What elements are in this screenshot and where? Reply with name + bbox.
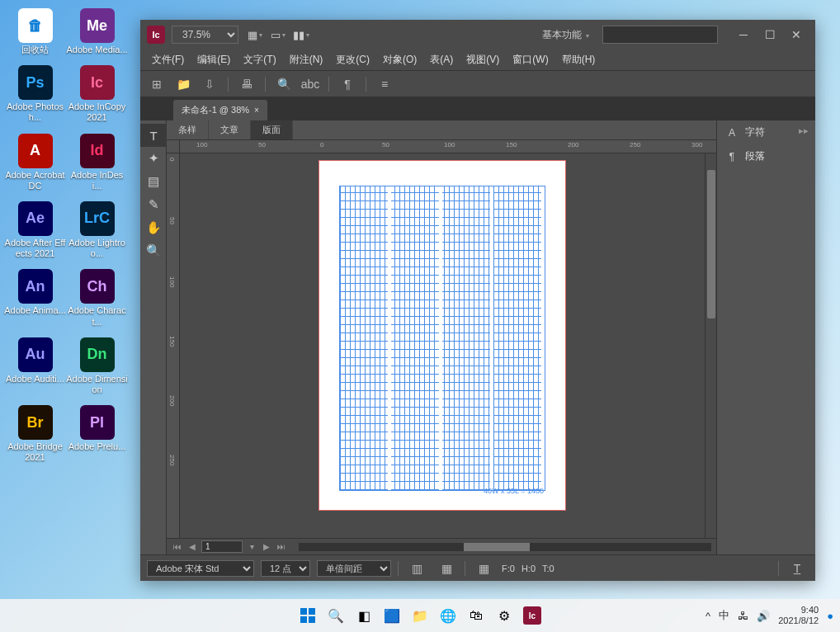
- align-grid-icon[interactable]: ▦: [435, 559, 458, 578]
- canvas-viewport[interactable]: 40W x 35L = 1400: [180, 153, 705, 538]
- arrange-tool[interactable]: ▮▮▾: [291, 26, 311, 44]
- ruler-corner: [167, 140, 180, 153]
- first-page-icon[interactable]: ⏮: [172, 541, 183, 553]
- desktop-icon[interactable]: AnAdobe Anima...: [4, 269, 66, 316]
- close-button[interactable]: ✕: [784, 25, 809, 45]
- search-icon[interactable]: 🔍: [324, 604, 347, 627]
- menu-item[interactable]: 编辑(E): [191, 50, 237, 70]
- menu-item[interactable]: 表(A): [423, 50, 460, 70]
- pilcrow-icon[interactable]: ¶: [336, 74, 359, 94]
- view-mode-tab[interactable]: 版面: [251, 120, 293, 139]
- page-dropdown-icon[interactable]: ▾: [246, 541, 257, 553]
- view-mode-tab[interactable]: 文章: [209, 120, 251, 139]
- ime-indicator[interactable]: 中: [719, 608, 729, 623]
- app-icon-box: Ic: [80, 65, 115, 100]
- page-number-input[interactable]: [201, 540, 243, 553]
- zoom-tool[interactable]: 🔍: [140, 239, 167, 262]
- app-icon-box: Br: [18, 405, 53, 440]
- task-view-icon[interactable]: ◧: [352, 604, 375, 627]
- document-tab[interactable]: 未命名-1 @ 38% ×: [173, 100, 267, 120]
- save-icon[interactable]: ⇩: [198, 74, 221, 94]
- desktop-icon[interactable]: LrCAdobe Lightroo...: [66, 201, 128, 259]
- icon-label: Adobe Dimension: [66, 374, 128, 395]
- app-icon: Ic: [147, 26, 165, 44]
- horizontal-scrollbar[interactable]: [299, 543, 711, 551]
- widgets-icon[interactable]: 🟦: [380, 604, 403, 627]
- font-size-select[interactable]: 12 点: [261, 560, 310, 577]
- tray-chevron-icon[interactable]: ^: [706, 610, 710, 622]
- view-mode-tab[interactable]: 条样: [167, 120, 209, 139]
- menu-item[interactable]: 帮助(H): [555, 50, 602, 70]
- desktop-icon[interactable]: PsAdobe Photosh...: [4, 65, 66, 123]
- screen-mode-tool[interactable]: ▦▾: [245, 26, 265, 44]
- desktop-icon[interactable]: MeAdobe Media...: [66, 8, 128, 55]
- desktop-icon[interactable]: ChAdobe Charact...: [66, 269, 128, 327]
- print-icon[interactable]: 🖶: [235, 74, 258, 94]
- desktop-icon[interactable]: DnAdobe Dimension: [66, 337, 128, 395]
- desktop-icon[interactable]: IcAdobe InCopy 2021: [66, 65, 128, 123]
- desktop-icon[interactable]: IdAdobe InDesi...: [66, 134, 128, 191]
- hscroll-thumb[interactable]: [464, 543, 530, 551]
- search-input[interactable]: [602, 26, 718, 44]
- zoom-selector[interactable]: 37.5%: [172, 26, 238, 44]
- network-icon[interactable]: 🖧: [738, 610, 748, 622]
- panel-label: 字符: [745, 125, 765, 139]
- desktop-icon[interactable]: PlAdobe Prelu...: [66, 405, 128, 452]
- open-icon[interactable]: 📁: [172, 74, 195, 94]
- menu-item[interactable]: 文件(F): [145, 50, 191, 70]
- menu-item[interactable]: 更改(C): [329, 50, 376, 70]
- line-spacing-select[interactable]: 单倍间距: [317, 560, 391, 577]
- settings-icon[interactable]: ⚙: [493, 604, 516, 627]
- desktop-icon[interactable]: AAdobe Acrobat DC: [4, 134, 66, 191]
- workspace-selector[interactable]: 基本功能 ▾: [536, 25, 596, 45]
- volume-icon[interactable]: 🔊: [757, 610, 770, 622]
- menu-item[interactable]: 附注(N): [283, 50, 330, 70]
- start-button[interactable]: [296, 604, 319, 627]
- eyedropper-tool[interactable]: ✎: [140, 193, 167, 216]
- type-tool[interactable]: T: [140, 124, 167, 147]
- icon-label: Adobe Charact...: [66, 305, 128, 327]
- app-icon-box: A: [18, 134, 53, 168]
- menu-icon[interactable]: ≡: [373, 74, 396, 94]
- menu-item[interactable]: 窗口(W): [506, 50, 554, 70]
- vertical-scrollbar[interactable]: [705, 153, 716, 538]
- spellcheck-icon[interactable]: abc: [299, 74, 322, 94]
- desktop-icon[interactable]: BrAdobe Bridge 2021: [4, 405, 66, 463]
- document-page[interactable]: 40W x 35L = 1400: [319, 160, 566, 511]
- edge-icon[interactable]: 🌐: [437, 604, 460, 627]
- note-tool[interactable]: ✦: [140, 147, 167, 170]
- menu-item[interactable]: 文字(T): [237, 50, 282, 70]
- right-panel-dock: A字符¶段落: [716, 120, 815, 554]
- incopy-taskbar-icon[interactable]: Ic: [521, 604, 544, 627]
- next-page-icon[interactable]: ▶: [261, 541, 272, 553]
- menu-item[interactable]: 视图(V): [460, 50, 506, 70]
- desktop-icon[interactable]: 🗑回收站: [4, 8, 66, 55]
- text-scale-icon[interactable]: T: [786, 559, 809, 578]
- explorer-icon[interactable]: 📁: [408, 604, 432, 627]
- font-family-select[interactable]: Adobe 宋体 Std: [147, 560, 254, 577]
- desktop-icon[interactable]: AeAdobe After Effects 2021: [4, 201, 66, 259]
- panel-item[interactable]: ¶段落: [717, 144, 815, 168]
- clock[interactable]: 9:40 2021/8/12: [778, 605, 819, 626]
- position-tool[interactable]: ▤: [140, 170, 167, 193]
- menu-item[interactable]: 对象(O): [376, 50, 423, 70]
- panel-toggle-icon[interactable]: ▸▸: [799, 125, 812, 139]
- frame-h-field: H:0: [521, 564, 536, 573]
- vscroll-thumb[interactable]: [707, 170, 715, 318]
- notifications-icon[interactable]: ●: [827, 610, 833, 622]
- frame-grid-icon[interactable]: ▦: [472, 559, 495, 578]
- align-stream-icon[interactable]: ▥: [405, 559, 428, 578]
- icon-label: Adobe After Effects 2021: [4, 238, 66, 259]
- hand-tool[interactable]: ✋: [140, 216, 167, 239]
- maximize-button[interactable]: ☐: [757, 25, 782, 45]
- last-page-icon[interactable]: ⏭: [276, 541, 287, 553]
- prev-page-icon[interactable]: ◀: [186, 541, 198, 553]
- find-icon[interactable]: 🔍: [272, 74, 295, 94]
- minimize-button[interactable]: ─: [731, 25, 756, 45]
- store-icon[interactable]: 🛍: [465, 604, 488, 627]
- desktop-icon[interactable]: AuAdobe Auditi...: [4, 337, 66, 384]
- tab-close-icon[interactable]: ×: [254, 106, 259, 115]
- text-frame-grid[interactable]: [339, 186, 545, 491]
- view-options-tool[interactable]: ▭▾: [268, 26, 288, 44]
- new-icon[interactable]: ⊞: [145, 74, 168, 94]
